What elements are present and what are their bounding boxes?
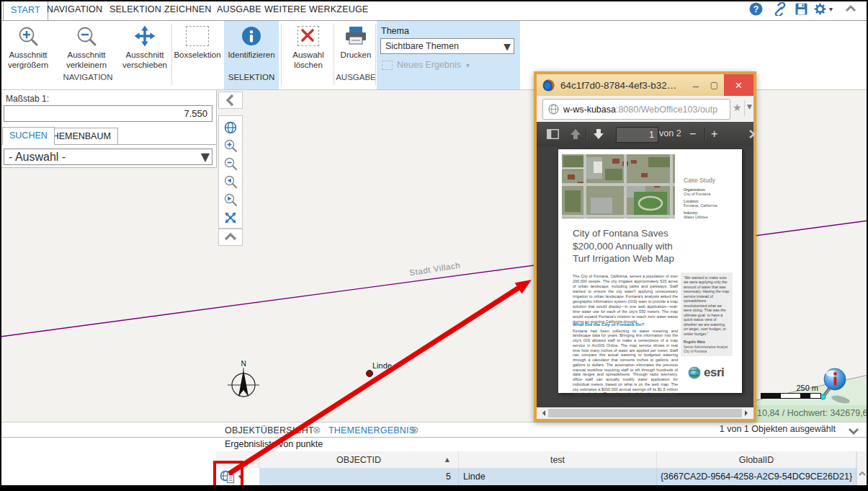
button-label: löschen <box>283 61 334 71</box>
help-button[interactable]: ? <box>749 2 763 19</box>
printer-icon <box>344 25 368 47</box>
full-extent-button[interactable] <box>219 208 242 226</box>
zoom-in-extent-button[interactable]: Ausschnitt vergrößern <box>4 22 52 70</box>
settings-caret-icon[interactable]: ▾ <box>829 5 833 13</box>
zoom-out-extent-button[interactable]: Ausschnitt verkleinern <box>56 22 117 70</box>
search-select[interactable]: - Auswahl - ▼ <box>4 149 212 165</box>
pdf-meta-column: Case Study Organization: City of Fontana… <box>684 178 741 219</box>
group-label-navigation: NAVIGATION <box>4 73 171 81</box>
maximize-button[interactable]: ▢ <box>704 74 724 96</box>
clear-selection-button[interactable]: Auswahl löschen <box>283 22 334 70</box>
pdf-zoom-in-button[interactable]: + <box>711 122 717 146</box>
esri-logo: esri <box>688 366 724 380</box>
scroll-left-icon[interactable] <box>540 410 545 416</box>
minimize-button[interactable]: – <box>687 74 704 96</box>
column-label: test <box>550 455 565 465</box>
case-study-label: Case Study <box>684 178 741 182</box>
compass-icon: N <box>223 358 264 405</box>
box-selection-button[interactable]: Boxselektion <box>173 22 222 61</box>
pdf-page-input[interactable] <box>616 127 658 143</box>
bookmark-star-icon[interactable]: ★ <box>733 102 742 113</box>
map-point-linde <box>367 371 373 377</box>
print-button[interactable]: Drucken <box>336 22 376 61</box>
expand-arrows-icon <box>223 211 238 225</box>
tab-objektuebersicht[interactable]: OBJEKTÜBERSICHT <box>225 424 314 437</box>
pdf-previous-page-button[interactable] <box>570 122 581 146</box>
zoom-out-tool-button[interactable] <box>219 154 242 172</box>
panel-collapse-button[interactable] <box>218 92 243 109</box>
button-label: vergrößern <box>4 61 52 71</box>
popup-addressbar: w-ws-kubasa:8080/WebOffice103/outp ★ ▼ <box>537 96 753 123</box>
quote-text: “We wanted to make sure we were applying… <box>684 275 730 337</box>
close-tab-icon[interactable]: ⊗ <box>313 424 321 435</box>
result-map-icon[interactable] <box>220 470 236 484</box>
row-actions-cell[interactable]: ▾ <box>216 468 259 485</box>
loc-value: Fontana, California <box>684 203 741 208</box>
pdf-toolbar: von 2 − + <box>537 122 753 147</box>
tab-themenergebnis[interactable]: THEMENERGEBNIS <box>328 424 415 437</box>
row-actions-caret-icon[interactable]: ▾ <box>238 473 242 480</box>
scale-input[interactable] <box>4 105 212 122</box>
full-extent-globe-button[interactable] <box>219 118 242 136</box>
box-selection-icon <box>186 26 209 46</box>
share-link-button[interactable] <box>773 2 787 19</box>
pdf-horizontal-scrollbar[interactable] <box>537 407 753 419</box>
pdf-section-2: What Did the City of Fontana Do? Fontana… <box>573 322 678 406</box>
group-label-ausgabe: AUSGABE <box>336 73 376 81</box>
pdf-toolbar-overflow[interactable] <box>748 122 756 146</box>
scroll-up-icon[interactable] <box>857 470 867 477</box>
pdf-next-page-button[interactable] <box>593 122 604 146</box>
url-host: w-ws-kubasa <box>563 105 616 115</box>
button-label: Ausschnitt <box>56 50 117 61</box>
next-extent-button[interactable] <box>219 190 242 208</box>
pdf-page: Case Study Organization: City of Fontana… <box>558 149 742 393</box>
cell-test[interactable]: Linde <box>459 468 657 485</box>
url-input[interactable]: w-ws-kubasa:8080/WebOffice103/outp <box>542 99 730 120</box>
esri-wordmark: esri <box>704 366 724 380</box>
header-objectid[interactable]: OBJECTID ▲ <box>259 451 459 468</box>
save-button[interactable] <box>795 2 808 19</box>
pdf-sidebar-toggle-button[interactable] <box>547 122 559 146</box>
pdf-viewer[interactable]: Case Study Organization: City of Fontana… <box>537 146 753 407</box>
scrollbar-thumb[interactable] <box>548 409 742 417</box>
header-globalid[interactable]: GlobalID <box>657 451 856 468</box>
table-scrollbar[interactable] <box>856 451 867 485</box>
selection-status: 1 von 1 Objekten ausgewählt <box>605 424 836 434</box>
header-test[interactable]: test <box>459 451 657 468</box>
settings-button[interactable] <box>813 2 827 19</box>
close-tab-icon[interactable]: ⊗ <box>411 424 419 435</box>
arrow-down-icon <box>593 128 604 140</box>
button-label: verschieben <box>118 61 171 71</box>
thema-select[interactable]: Sichtbare Themen ▼ <box>380 38 514 54</box>
pdf-paragraph-2: Fontana had been collecting its water me… <box>573 328 678 406</box>
close-button[interactable]: ✕ <box>724 74 753 96</box>
ribbon-collapse-button[interactable] <box>844 4 857 17</box>
zoom-out-icon <box>76 25 97 47</box>
pdf-page-count: von 2 <box>659 128 681 138</box>
firefox-popup-window: 64c1f7d0-8784-4ef3-b32… – ▢ ✕ w-ws-kubas… <box>534 71 756 422</box>
previous-extent-button[interactable] <box>219 172 242 190</box>
pdf-paragraph-1: The City of Fontana, California, serves … <box>573 273 678 324</box>
arrow-up-icon <box>570 128 581 140</box>
quote-org: City of Fontana <box>684 349 730 354</box>
zoom-in-icon <box>17 25 39 47</box>
tab-weitere-werkzeuge[interactable]: WEITERE WERKZEUGE <box>257 0 375 19</box>
identify-button[interactable]: Identifizieren <box>224 22 279 61</box>
zoom-in-tool-button[interactable] <box>219 136 242 154</box>
previous-extent-icon <box>223 174 238 189</box>
cell-objectid[interactable]: 5 <box>259 468 459 485</box>
dropdown-caret-icon[interactable]: ▼ <box>747 103 752 110</box>
cell-globalid[interactable]: {3667CA2D-9564-4258-A2C9-54DC9CE26D21} <box>657 468 856 485</box>
button-label: Ausschnitt <box>118 50 171 61</box>
toolbar-collapse-button[interactable] <box>218 229 243 246</box>
tab-suchen[interactable]: SUCHEN <box>2 127 55 145</box>
scroll-right-icon[interactable] <box>745 410 751 416</box>
tab-navigation[interactable]: NAVIGATION <box>40 0 109 19</box>
thema-label: Thema <box>381 26 409 36</box>
scale-bar: 250 m <box>761 384 821 399</box>
clear-selection-icon <box>297 26 319 46</box>
pan-button[interactable]: Ausschnitt verschieben <box>118 22 171 70</box>
pdf-zoom-out-button[interactable]: − <box>689 122 696 146</box>
chevron-down-icon: ▼ <box>501 41 514 52</box>
popup-titlebar[interactable]: 64c1f7d0-8784-4ef3-b32… – ▢ ✕ <box>537 74 753 96</box>
